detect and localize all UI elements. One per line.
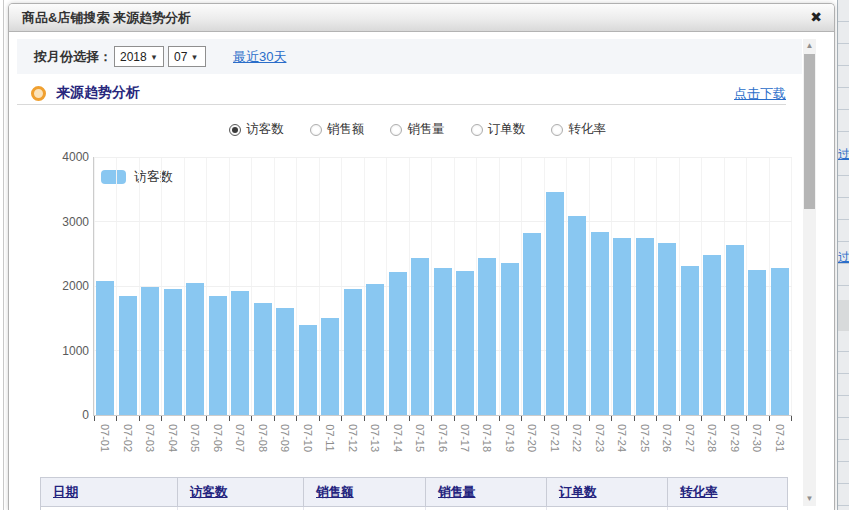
bar-07-12[interactable] bbox=[344, 289, 362, 415]
metric-radio-销售量[interactable]: 销售量 bbox=[390, 121, 445, 138]
radio-icon[interactable] bbox=[310, 124, 322, 136]
x-axis-tick bbox=[274, 416, 275, 421]
bar-07-11[interactable] bbox=[321, 318, 339, 415]
bar-07-02[interactable] bbox=[119, 296, 137, 415]
trend-analysis-dialog: 商品&店铺搜索 来源趋势分析 ✖ 按月份选择： 2018 ▾ 07 ▾ 最近30… bbox=[8, 3, 835, 510]
x-axis-tick bbox=[296, 416, 297, 421]
bar-07-14[interactable] bbox=[389, 272, 407, 415]
table-header-日期[interactable]: 日期 bbox=[41, 478, 178, 506]
metric-radio-订单数[interactable]: 订单数 bbox=[471, 121, 526, 138]
x-axis-label: 07-27 bbox=[684, 418, 696, 458]
table-header-订单数[interactable]: 订单数 bbox=[547, 478, 668, 506]
month-select[interactable]: 07 ▾ bbox=[168, 46, 206, 67]
x-axis-tick bbox=[521, 416, 522, 421]
table-header-销售量[interactable]: 销售量 bbox=[426, 478, 547, 506]
x-axis-label: 07-24 bbox=[616, 418, 628, 458]
section-bullet-icon bbox=[31, 86, 46, 101]
dialog-titlebar[interactable]: 商品&店铺搜索 来源趋势分析 ✖ bbox=[9, 4, 834, 32]
bar-07-06[interactable] bbox=[209, 296, 227, 415]
bar-07-10[interactable] bbox=[299, 325, 317, 415]
x-axis-tick bbox=[791, 416, 792, 421]
bar-07-05[interactable] bbox=[186, 283, 204, 415]
x-axis-tick bbox=[544, 416, 545, 421]
x-axis-line bbox=[93, 415, 792, 416]
bar-07-23[interactable] bbox=[591, 232, 609, 415]
x-axis-tick bbox=[454, 416, 455, 421]
bar-07-27[interactable] bbox=[681, 266, 699, 415]
radio-selected-icon[interactable] bbox=[229, 124, 241, 136]
bar-07-24[interactable] bbox=[613, 238, 631, 415]
x-axis-tick bbox=[701, 416, 702, 421]
bar-07-26[interactable] bbox=[658, 243, 676, 415]
bar-07-28[interactable] bbox=[703, 255, 721, 415]
x-axis-tick bbox=[634, 416, 635, 421]
x-axis-tick bbox=[656, 416, 657, 421]
metric-radio-访客数[interactable]: 访客数 bbox=[229, 121, 284, 138]
month-filter-label: 按月份选择： bbox=[34, 39, 112, 74]
table-header-转化率[interactable]: 转化率 bbox=[668, 478, 787, 506]
close-icon[interactable]: ✖ bbox=[807, 8, 825, 26]
bar-07-22[interactable] bbox=[568, 216, 586, 415]
y-axis-tick-label: 4000 bbox=[29, 150, 89, 164]
x-axis-tick bbox=[319, 416, 320, 421]
bar-07-29[interactable] bbox=[726, 245, 744, 415]
bar-07-25[interactable] bbox=[636, 238, 654, 415]
x-axis-label: 07-16 bbox=[437, 418, 449, 458]
radio-icon[interactable] bbox=[390, 124, 402, 136]
bar-07-17[interactable] bbox=[456, 271, 474, 415]
section-title: 来源趋势分析 bbox=[56, 84, 140, 102]
dialog-title: 商品&店铺搜索 来源趋势分析 bbox=[22, 4, 191, 31]
bar-07-30[interactable] bbox=[748, 270, 766, 415]
x-axis-label: 07-06 bbox=[212, 418, 224, 458]
x-axis-label: 07-26 bbox=[661, 418, 673, 458]
section-divider bbox=[17, 104, 786, 105]
table-header-销售额[interactable]: 销售额 bbox=[304, 478, 426, 506]
scrollbar-thumb[interactable] bbox=[804, 54, 815, 209]
radio-icon[interactable] bbox=[551, 124, 563, 136]
x-axis-label: 07-18 bbox=[481, 418, 493, 458]
x-axis-tick bbox=[229, 416, 230, 421]
x-axis-tick bbox=[611, 416, 612, 421]
bar-07-13[interactable] bbox=[366, 284, 384, 415]
table-header-访客数[interactable]: 访客数 bbox=[178, 478, 304, 506]
bar-07-31[interactable] bbox=[771, 268, 789, 415]
metric-radio-group: 访客数销售额销售量订单数转化率 bbox=[33, 121, 802, 138]
metric-radio-销售额[interactable]: 销售额 bbox=[310, 121, 365, 138]
x-axis-label: 07-11 bbox=[324, 418, 336, 458]
background-partial-link[interactable]: 过 bbox=[838, 249, 849, 266]
bar-07-09[interactable] bbox=[276, 308, 294, 415]
bar-07-01[interactable] bbox=[96, 281, 114, 415]
download-link[interactable]: 点击下载 bbox=[734, 85, 786, 103]
recent-30-days-link[interactable]: 最近30天 bbox=[233, 39, 286, 74]
x-axis-label: 07-25 bbox=[639, 418, 651, 458]
metric-radio-label: 转化率 bbox=[568, 121, 606, 138]
bar-07-03[interactable] bbox=[141, 287, 159, 415]
chevron-down-icon: ▾ bbox=[152, 52, 157, 62]
y-axis-tick-label: 0 bbox=[29, 408, 89, 422]
bar-07-15[interactable] bbox=[411, 258, 429, 415]
bar-07-08[interactable] bbox=[254, 303, 272, 415]
x-axis-label: 07-31 bbox=[774, 418, 786, 458]
x-axis-label: 07-13 bbox=[369, 418, 381, 458]
dialog-scrollbar[interactable]: ▲ ▼ bbox=[803, 39, 816, 506]
scroll-up-icon[interactable]: ▲ bbox=[803, 40, 816, 52]
bar-07-07[interactable] bbox=[231, 291, 249, 415]
bar-07-20[interactable] bbox=[523, 233, 541, 415]
bar-07-04[interactable] bbox=[164, 289, 182, 415]
bar-07-16[interactable] bbox=[434, 268, 452, 415]
x-axis-label: 07-07 bbox=[234, 418, 246, 458]
x-axis-tick bbox=[341, 416, 342, 421]
bar-07-18[interactable] bbox=[478, 258, 496, 415]
x-axis-tick bbox=[116, 416, 117, 421]
scroll-down-icon[interactable]: ▼ bbox=[803, 493, 816, 505]
x-axis-label: 07-08 bbox=[257, 418, 269, 458]
background-partial-link[interactable]: 过 bbox=[838, 146, 849, 163]
bar-07-19[interactable] bbox=[501, 263, 519, 415]
month-filter-band: 按月份选择： 2018 ▾ 07 ▾ 最近30天 bbox=[17, 39, 802, 74]
year-select[interactable]: 2018 ▾ bbox=[114, 46, 164, 67]
radio-icon[interactable] bbox=[471, 124, 483, 136]
metric-radio-转化率[interactable]: 转化率 bbox=[551, 121, 606, 138]
x-axis-tick bbox=[476, 416, 477, 421]
table-header-row: 日期访客数销售额销售量订单数转化率 bbox=[40, 477, 788, 507]
bar-07-21[interactable] bbox=[546, 192, 564, 415]
